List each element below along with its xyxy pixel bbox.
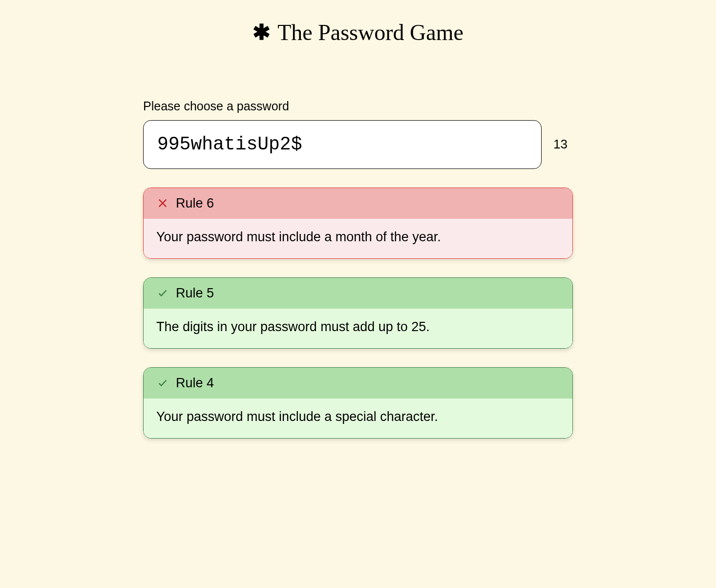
check-icon	[156, 377, 169, 389]
x-icon	[156, 197, 169, 210]
asterisk-icon: ✱	[253, 22, 271, 43]
rule-header: Rule 6	[144, 188, 572, 219]
rule-card-4: Rule 4 Your password must include a spec…	[143, 367, 573, 439]
rule-card-6: Rule 6 Your password must include a mont…	[143, 188, 573, 259]
prompt-label: Please choose a password	[143, 99, 573, 113]
char-count: 13	[553, 137, 573, 152]
rule-description: The digits in your password must add up …	[144, 309, 572, 348]
password-input[interactable]: 995whatisUp2$	[143, 120, 542, 169]
password-input-row: 995whatisUp2$ 13	[143, 120, 573, 169]
title-text: The Password Game	[277, 20, 463, 45]
rule-header: Rule 4	[144, 368, 572, 399]
rule-header: Rule 5	[144, 278, 572, 309]
rule-label: Rule 4	[176, 376, 214, 391]
rule-label: Rule 5	[176, 286, 214, 301]
rule-description: Your password must include a special cha…	[144, 399, 572, 438]
check-icon	[156, 287, 169, 299]
page-title: ✱ The Password Game	[143, 20, 573, 45]
rule-card-5: Rule 5 The digits in your password must …	[143, 277, 573, 349]
rule-label: Rule 6	[176, 196, 214, 211]
rule-description: Your password must include a month of th…	[144, 219, 572, 258]
